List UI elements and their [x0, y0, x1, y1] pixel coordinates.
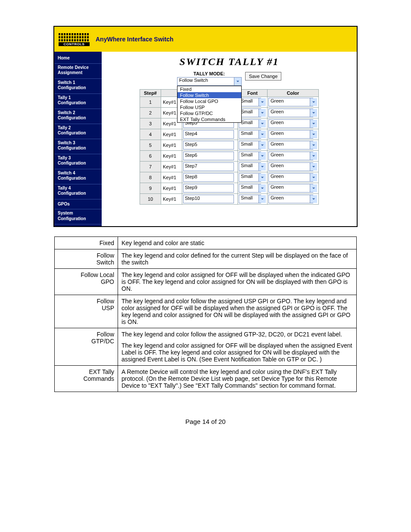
- chevron-down-icon[interactable]: [258, 98, 266, 106]
- chevron-down-icon[interactable]: [310, 152, 317, 160]
- chevron-down-icon[interactable]: [310, 120, 317, 128]
- sidebar-item-switch4[interactable]: Switch 4 Configuration: [54, 169, 102, 184]
- main-panel: SWITCH TALLY #1 TALLY MODE: Follow Switc…: [102, 52, 357, 226]
- tally-mode-value: Follow Switch: [177, 77, 242, 86]
- desc-text: A Remote Device will control the key leg…: [118, 366, 357, 392]
- step-number: 4: [140, 129, 161, 140]
- step-number: 8: [140, 172, 161, 183]
- key-label: Key#1: [161, 183, 182, 194]
- desc-text: Key legend and color are static: [118, 237, 357, 249]
- sidebar-item-remote-device[interactable]: Remote Device Assignment: [54, 64, 102, 79]
- desc-row: FixedKey legend and color are static: [55, 237, 357, 249]
- desc-text: The key legend and color follow the assi…: [118, 328, 357, 366]
- color-select[interactable]: Green: [268, 184, 318, 193]
- sidebar-item-switch1[interactable]: Switch 1 Configuration: [54, 79, 102, 94]
- color-select[interactable]: Green: [268, 109, 318, 117]
- chevron-down-icon[interactable]: [310, 131, 317, 138]
- legend-input[interactable]: Step6: [183, 152, 234, 160]
- chevron-down-icon[interactable]: [310, 163, 317, 171]
- legend-input[interactable]: Step9: [183, 184, 234, 193]
- col-color: Color: [268, 90, 319, 97]
- font-select[interactable]: Small: [239, 130, 266, 139]
- chevron-down-icon[interactable]: [258, 163, 266, 171]
- sidebar-item-switch3[interactable]: Switch 3 Configuration: [54, 139, 102, 154]
- dropdown-option[interactable]: Follow Switch: [177, 92, 241, 98]
- desc-term: EXT TallyCommands: [55, 366, 118, 392]
- step-number: 9: [140, 183, 161, 194]
- chevron-down-icon[interactable]: [310, 184, 317, 192]
- tally-mode-select[interactable]: Follow Switch Fixed Follow Switch Follow…: [177, 77, 242, 86]
- font-select[interactable]: Small: [239, 173, 266, 182]
- sidebar-item-system[interactable]: System Configuration: [54, 209, 102, 224]
- chevron-down-icon[interactable]: [310, 141, 317, 149]
- table-row: 10Key#1Step10SmallGreen: [140, 194, 319, 205]
- step-number: 5: [140, 140, 161, 151]
- logo: CONTROLS: [59, 31, 90, 47]
- key-label: Key#1: [161, 151, 182, 162]
- color-select[interactable]: Green: [268, 130, 318, 139]
- legend-input[interactable]: Step8: [183, 173, 234, 182]
- color-select[interactable]: Green: [268, 195, 318, 203]
- key-label: Key#1: [161, 194, 182, 205]
- chevron-down-icon[interactable]: [258, 184, 266, 192]
- sidebar-item-tally3[interactable]: Tally 3 Configuration: [54, 154, 102, 169]
- chevron-down-icon[interactable]: [258, 120, 266, 128]
- font-select[interactable]: Small: [239, 184, 266, 193]
- font-select[interactable]: Small: [239, 195, 266, 203]
- color-select[interactable]: Green: [268, 98, 318, 106]
- legend-input[interactable]: Step7: [183, 162, 234, 171]
- dropdown-option[interactable]: Fixed: [177, 86, 241, 92]
- font-select[interactable]: Small: [239, 98, 266, 106]
- sidebar-item-gpos[interactable]: GPOs: [54, 199, 102, 210]
- dropdown-option[interactable]: Follow USP: [177, 104, 241, 110]
- desc-row: FollowGTP/DCThe key legend and color fol…: [55, 328, 357, 366]
- color-select[interactable]: Green: [268, 141, 318, 149]
- dropdown-option[interactable]: Follow Local GPO: [177, 98, 241, 104]
- legend-input[interactable]: Step5: [183, 141, 234, 149]
- dropdown-option[interactable]: Follow GTP/DC: [177, 110, 241, 116]
- color-select[interactable]: Green: [268, 162, 318, 171]
- sidebar-item-switch2[interactable]: Switch 2 Configuration: [54, 109, 102, 124]
- color-select[interactable]: Green: [268, 152, 318, 160]
- desc-row: FollowSwitchThe key legend and color def…: [55, 249, 357, 269]
- sidebar-item-tally2[interactable]: Tally 2 Configuration: [54, 124, 102, 139]
- chevron-down-icon[interactable]: [310, 195, 317, 203]
- font-select[interactable]: Small: [239, 162, 266, 171]
- tally-mode-label: TALLY MODE:: [193, 71, 225, 76]
- chevron-down-icon[interactable]: [258, 195, 266, 203]
- legend-input[interactable]: Step10: [183, 195, 234, 203]
- logo-caption: CONTROLS: [59, 42, 90, 46]
- table-row: 6Key#1Step6SmallGreen: [140, 151, 319, 162]
- mode-description-table: FixedKey legend and color are staticFoll…: [54, 236, 357, 392]
- tally-mode-dropdown[interactable]: Fixed Follow Switch Follow Local GPO Fol…: [177, 86, 242, 123]
- chevron-down-icon[interactable]: [258, 131, 266, 138]
- font-select[interactable]: Small: [239, 109, 266, 117]
- font-select[interactable]: Small: [239, 152, 266, 160]
- chevron-down-icon[interactable]: [258, 109, 266, 117]
- sidebar-item-tally4[interactable]: Tally 4 Configuration: [54, 184, 102, 199]
- sidebar-item-home[interactable]: Home: [54, 53, 102, 64]
- col-step: Step#: [140, 90, 161, 97]
- app-window: CONTROLS AnyWhere Interface Switch Home …: [53, 26, 358, 227]
- chevron-down-icon[interactable]: [234, 78, 241, 85]
- sidebar-item-tally1[interactable]: Tally 1 Configuration: [54, 94, 102, 109]
- col-font: Font: [238, 90, 268, 97]
- legend-input[interactable]: Step4: [183, 130, 234, 139]
- step-number: 7: [140, 162, 161, 172]
- chevron-down-icon[interactable]: [310, 109, 317, 117]
- color-select[interactable]: Green: [268, 119, 318, 128]
- font-select[interactable]: Small: [239, 119, 266, 128]
- step-number: 3: [140, 118, 161, 129]
- desc-text: The key legend and color follow the assi…: [118, 295, 357, 328]
- chevron-down-icon[interactable]: [258, 152, 266, 160]
- chevron-down-icon[interactable]: [258, 174, 266, 181]
- chevron-down-icon[interactable]: [258, 141, 266, 149]
- page-title: SWITCH TALLY #1: [106, 56, 352, 68]
- dropdown-option[interactable]: EXT Tally Commands: [177, 116, 241, 122]
- step-number: 1: [140, 97, 161, 108]
- color-select[interactable]: Green: [268, 173, 318, 182]
- font-select[interactable]: Small: [239, 141, 266, 149]
- save-change-button[interactable]: Save Change: [245, 72, 282, 81]
- chevron-down-icon[interactable]: [310, 98, 317, 106]
- chevron-down-icon[interactable]: [310, 174, 317, 181]
